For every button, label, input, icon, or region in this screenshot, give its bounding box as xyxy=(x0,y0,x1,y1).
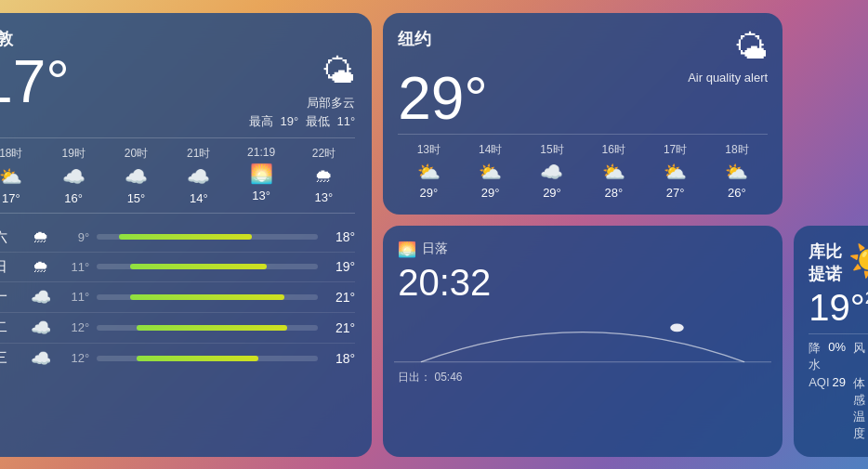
kubitino-city: 库比提诺 xyxy=(809,241,848,285)
hour-label: 21时 xyxy=(187,146,210,162)
sunset-time: 20:32 xyxy=(398,262,768,303)
hour-icon: 🌧 xyxy=(314,165,333,187)
forecast-bar xyxy=(97,325,318,331)
nyc-hour-icon: ⛅ xyxy=(479,161,502,183)
nyc-hour-item: 17时 ⛅ 27° xyxy=(644,142,705,200)
sunset-title: 日落 xyxy=(422,241,448,257)
nyc-widget: 纽约 🌤 29° Air quality alert 13时 ⛅ 29° 14时… xyxy=(383,13,783,215)
london-condition: 局部多云 xyxy=(307,95,355,111)
nyc-weather-icon: 🌤 xyxy=(734,28,768,67)
kubitino-weather-icon: ☀️ xyxy=(848,241,868,280)
nyc-hour-icon: ⛅ xyxy=(417,161,441,183)
detail-row: 降水 0% xyxy=(809,340,846,373)
hour-item: 22时 🌧 13° xyxy=(293,146,355,205)
sunset-arc xyxy=(394,310,771,366)
hour-icon: 🌅 xyxy=(250,163,273,185)
london-widget: 伦敦 17° 🌤 局部多云 最高 19° 最低 11° 18时 ⛅ 17° 19… xyxy=(0,13,372,457)
hour-label: 18时 xyxy=(0,146,22,162)
nyc-hour-temp: 27° xyxy=(666,186,685,200)
nyc-air-quality: Air quality alert xyxy=(688,71,768,85)
hour-label: 19时 xyxy=(61,146,85,162)
forecast-low: 11° xyxy=(56,290,89,304)
nyc-hourly: 13时 ⛅ 29° 14时 ⛅ 29° 15时 ☁️ 29° 16时 ⛅ 28°… xyxy=(398,134,768,200)
london-temp: 17° xyxy=(0,52,70,111)
forecast-day: 周一 xyxy=(0,288,26,306)
forecast-low: 9° xyxy=(56,230,89,244)
london-hourly: 18时 ⛅ 17° 19时 ☁️ 16° 20时 ☁️ 15° 21时 ☁️ 1… xyxy=(0,137,355,214)
nyc-hour-label: 14时 xyxy=(479,142,502,158)
detail-label: AQI xyxy=(809,375,829,442)
nyc-hour-temp: 26° xyxy=(728,186,746,200)
nyc-temp: 29° xyxy=(398,69,488,128)
nyc-hour-icon: ⛅ xyxy=(664,161,687,183)
detail-row: AQI 29 xyxy=(809,375,846,442)
hour-label: 20时 xyxy=(125,146,148,162)
forecast-high: 19° xyxy=(325,259,355,274)
hour-temp: 16° xyxy=(64,191,83,205)
forecast-icon: ☁️ xyxy=(26,318,56,338)
nyc-hour-icon: ☁️ xyxy=(540,161,563,183)
nyc-hour-label: 18时 xyxy=(725,142,748,158)
nyc-hour-temp: 29° xyxy=(543,186,561,200)
london-city: 伦敦 xyxy=(0,28,13,50)
sunrise-text: 日出： 05:46 xyxy=(398,370,768,385)
nyc-hour-icon: ⛅ xyxy=(602,161,625,183)
hour-icon: ☁️ xyxy=(187,165,210,188)
london-weather-icon: 🌤 xyxy=(322,52,355,91)
kubitino-high: 28° xyxy=(865,289,868,308)
kubitino-temp: 19° xyxy=(809,289,865,326)
forecast-bar xyxy=(97,264,318,269)
nyc-city: 纽约 xyxy=(398,28,431,50)
forecast-high: 18° xyxy=(325,229,355,244)
hour-item: 19时 ☁️ 16° xyxy=(42,146,104,205)
forecast-high: 18° xyxy=(325,351,355,366)
forecast-low: 12° xyxy=(56,351,89,365)
forecast-day: 周日 xyxy=(0,258,26,276)
forecast-high: 21° xyxy=(325,290,355,305)
forecast-low: 12° xyxy=(56,320,89,334)
forecast-row: 周日 🌧 11° 19° xyxy=(0,253,355,282)
nyc-hour-temp: 29° xyxy=(419,186,438,200)
hour-item: 21时 ☁️ 14° xyxy=(167,146,230,205)
detail-label: 风 xyxy=(853,340,865,373)
forecast-icon: 🌧 xyxy=(26,257,56,277)
hour-item: 20时 ☁️ 15° xyxy=(105,146,167,205)
nyc-hour-item: 16时 ⛅ 28° xyxy=(583,142,644,200)
detail-row: 体感温度 18° xyxy=(853,375,868,442)
nyc-hour-icon: ⛅ xyxy=(725,161,748,183)
hour-icon: ☁️ xyxy=(125,165,148,188)
kubitino-widget: 库比提诺 ☀️ 19° 28° 10° 降水 0% 风 1级 AQI 29 体感… xyxy=(794,226,868,457)
forecast-row: 周三 ☁️ 12° 18° xyxy=(0,344,355,373)
forecast-day: 周三 xyxy=(0,349,26,367)
detail-value: 29 xyxy=(833,375,846,442)
sunset-widget: 🌅 日落 20:32 日出： 05:46 xyxy=(383,226,783,457)
hour-icon: ☁️ xyxy=(62,165,85,188)
nyc-hour-label: 17时 xyxy=(664,142,687,158)
nyc-hour-temp: 28° xyxy=(604,186,623,200)
forecast-row: 周一 ☁️ 11° 21° xyxy=(0,282,355,313)
forecast-bar xyxy=(97,356,318,361)
svg-point-1 xyxy=(670,323,684,332)
hour-item: 21:19 🌅 13° xyxy=(230,146,292,205)
hour-label: 21:19 xyxy=(247,146,275,159)
forecast-icon: ☁️ xyxy=(26,348,56,369)
hour-temp: 13° xyxy=(315,190,334,204)
forecast-bar xyxy=(97,294,318,300)
nyc-hour-label: 15时 xyxy=(540,142,563,158)
nyc-hour-item: 18时 ⛅ 26° xyxy=(706,142,768,200)
london-forecast: 周六 🌧 9° 18° 周日 🌧 11° 19° 周一 ☁️ 11° 21° 周… xyxy=(0,223,355,373)
nyc-hour-item: 15时 ☁️ 29° xyxy=(521,142,583,200)
hour-icon: ⛅ xyxy=(0,165,22,188)
forecast-day: 周二 xyxy=(0,319,26,336)
nyc-hour-item: 14时 ⛅ 29° xyxy=(459,142,520,200)
hour-temp: 17° xyxy=(2,191,20,205)
forecast-row: 周六 🌧 9° 18° xyxy=(0,223,355,253)
forecast-row: 周二 ☁️ 12° 21° xyxy=(0,313,355,344)
forecast-high: 21° xyxy=(325,320,355,335)
hour-label: 22时 xyxy=(312,146,335,162)
widgets-container: 伦敦 17° 🌤 局部多云 最高 19° 最低 11° 18时 ⛅ 17° 19… xyxy=(0,0,868,469)
hour-temp: 14° xyxy=(190,191,208,205)
forecast-day: 周六 xyxy=(0,228,26,246)
detail-row: 风 1级 xyxy=(853,340,868,373)
forecast-low: 11° xyxy=(56,260,89,274)
